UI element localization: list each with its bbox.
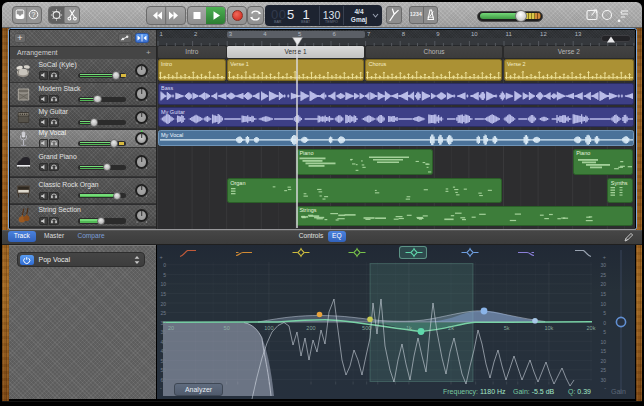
svg-text:10k: 10k [544,325,553,331]
svg-text:?: ? [32,11,36,18]
svg-text:20: 20 [600,358,606,364]
svg-text:20: 20 [600,281,606,287]
svg-text:+: + [159,254,162,260]
svg-text:25: 25 [600,367,606,373]
svg-text:50: 50 [224,325,230,331]
svg-text:30: 30 [160,320,166,326]
svg-text:10: 10 [600,339,606,345]
svg-text:20: 20 [160,301,166,307]
svg-text:5k: 5k [504,325,510,331]
svg-text:+: + [603,254,606,260]
svg-text:15: 15 [160,291,166,297]
svg-text:25: 25 [160,310,166,316]
svg-text:200: 200 [306,325,315,331]
svg-text:100: 100 [264,325,273,331]
svg-text:5: 5 [163,272,166,278]
svg-text:60: 60 [160,377,166,383]
svg-text:5: 5 [603,329,606,335]
svg-text:45: 45 [160,348,166,354]
svg-text:10: 10 [160,281,166,287]
svg-text:20: 20 [168,325,174,331]
svg-text:-: - [160,385,162,391]
svg-text:0: 0 [603,320,606,326]
svg-text:-: - [604,385,606,391]
svg-text:15: 15 [600,291,606,297]
svg-text:55: 55 [160,367,166,373]
svg-text:15: 15 [600,348,606,354]
svg-text:50: 50 [160,358,166,364]
svg-text:40: 40 [160,339,166,345]
svg-text:25: 25 [600,272,606,278]
svg-text:2k: 2k [448,325,454,331]
svg-text:1k: 1k [406,325,412,331]
svg-text:20k: 20k [586,325,595,331]
svg-text:10: 10 [600,301,606,307]
svg-text:0: 0 [163,262,166,268]
svg-text:500: 500 [362,325,371,331]
svg-text:5: 5 [603,310,606,316]
svg-text:35: 35 [160,329,166,335]
svg-text:30: 30 [600,377,606,383]
svg-text:30: 30 [600,262,606,268]
